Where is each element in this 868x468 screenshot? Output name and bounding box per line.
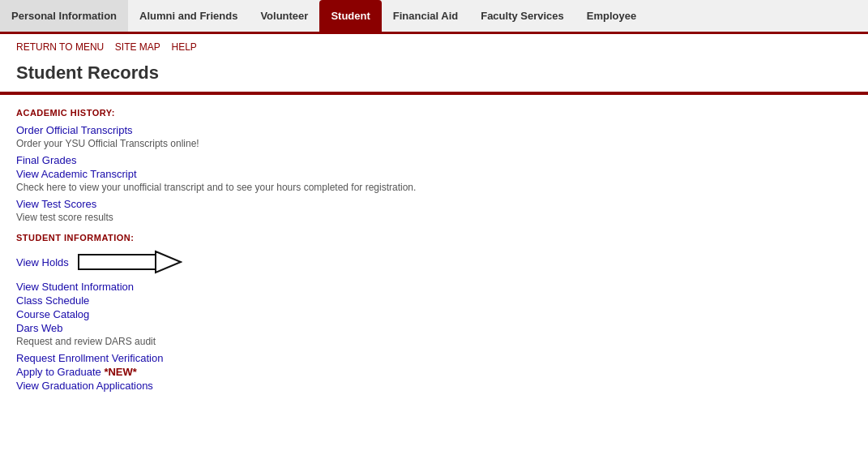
nav-volunteer[interactable]: Volunteer — [249, 0, 319, 32]
order-transcripts-link[interactable]: Order Official Transcripts — [16, 124, 852, 136]
new-badge: *NEW* — [104, 366, 136, 378]
nav-financial-aid[interactable]: Financial Aid — [382, 0, 469, 32]
nav-employee[interactable]: Employee — [575, 0, 648, 32]
site-map-link[interactable]: SITE MAP — [115, 41, 160, 53]
nav-student[interactable]: Student — [319, 0, 381, 32]
page-title: Student Records — [16, 62, 852, 84]
top-navigation: Personal Information Alumni and Friends … — [0, 0, 868, 34]
view-academic-transcript-link[interactable]: View Academic Transcript — [16, 168, 852, 180]
course-catalog-link[interactable]: Course Catalog — [16, 308, 852, 320]
view-test-scores-link[interactable]: View Test Scores — [16, 198, 852, 210]
main-content: ACADEMIC HISTORY: Order Official Transcr… — [0, 108, 868, 392]
view-graduation-applications-link[interactable]: View Graduation Applications — [16, 380, 852, 392]
arrow-annotation — [77, 249, 182, 277]
view-holds-container: View Holds — [16, 249, 852, 277]
order-transcripts-desc: Order your YSU Official Transcripts onli… — [16, 138, 852, 149]
view-test-scores-desc: View test score results — [16, 212, 852, 223]
class-schedule-link[interactable]: Class Schedule — [16, 294, 852, 307]
dars-web-desc: Request and review DARS audit — [16, 336, 852, 347]
section-divider — [0, 92, 868, 95]
request-enrollment-link[interactable]: Request Enrollment Verification — [16, 352, 852, 364]
svg-marker-1 — [156, 251, 181, 273]
page-title-section: Student Records — [0, 59, 868, 92]
academic-history-section: ACADEMIC HISTORY: Order Official Transcr… — [16, 108, 852, 223]
secondary-navigation: RETURN TO MENU SITE MAP HELP — [0, 34, 868, 59]
final-grades-link[interactable]: Final Grades — [16, 154, 852, 166]
student-information-section: STUDENT INFORMATION: View Holds View Stu… — [16, 233, 852, 392]
svg-rect-0 — [79, 255, 156, 269]
dars-web-link[interactable]: Dars Web — [16, 322, 852, 334]
academic-history-label: ACADEMIC HISTORY: — [16, 108, 852, 118]
nav-alumni-friends[interactable]: Alumni and Friends — [128, 0, 249, 32]
view-academic-transcript-desc: Check here to view your unofficial trans… — [16, 182, 852, 193]
view-holds-link[interactable]: View Holds — [16, 256, 69, 268]
help-link[interactable]: HELP — [172, 41, 197, 53]
view-student-information-link[interactable]: View Student Information — [16, 281, 852, 293]
student-information-label: STUDENT INFORMATION: — [16, 233, 852, 243]
return-to-menu-link[interactable]: RETURN TO MENU — [16, 41, 104, 53]
nav-personal-information[interactable]: Personal Information — [0, 0, 128, 32]
nav-faculty-services[interactable]: Faculty Services — [469, 0, 575, 32]
apply-to-graduate-link[interactable]: Apply to Graduate — [16, 366, 101, 378]
